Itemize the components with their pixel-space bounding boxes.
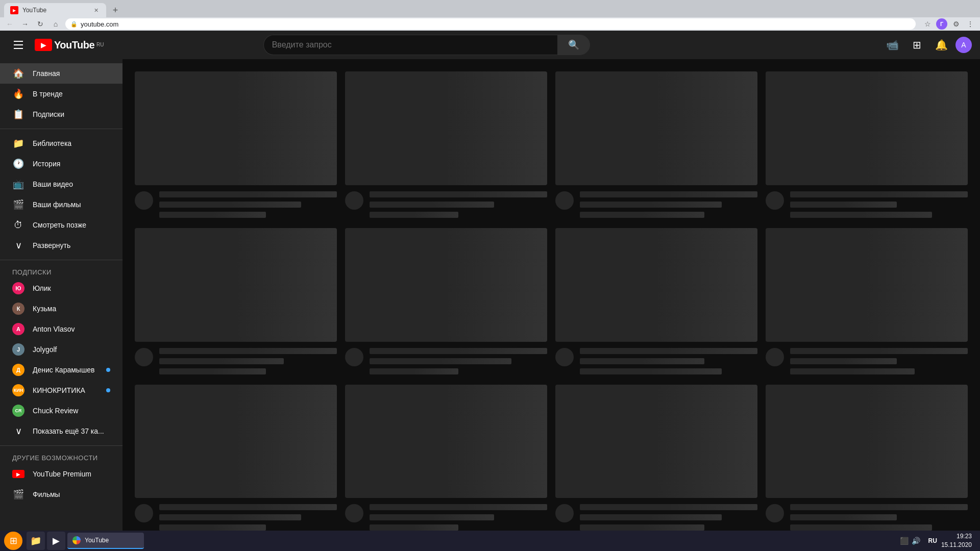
- file-explorer-button[interactable]: 📁: [27, 532, 45, 550]
- browser-menu-button[interactable]: ⋮: [965, 18, 976, 30]
- bookmark-button[interactable]: ☆: [922, 18, 933, 30]
- video-info: [135, 504, 337, 531]
- skeleton-meta: [580, 368, 722, 374]
- refresh-button[interactable]: ↻: [35, 18, 46, 30]
- search-input[interactable]: [263, 35, 557, 55]
- search-button[interactable]: 🔍: [557, 35, 590, 55]
- subscriptions-nav-label: Подписки: [33, 110, 64, 118]
- video-info: [555, 504, 757, 531]
- skeleton-meta: [790, 368, 915, 374]
- back-button[interactable]: ←: [4, 18, 15, 30]
- video-card[interactable]: [555, 228, 757, 374]
- sub-name-denis: Денис Карамышев: [33, 366, 98, 374]
- channel-avatar-skeleton: [135, 191, 153, 210]
- video-card[interactable]: [766, 228, 968, 374]
- sidebar-divider-3: [0, 445, 122, 446]
- channel-avatar-skeleton: [135, 348, 153, 366]
- sub-name-anton-vlasov: Anton Vlasov: [33, 325, 110, 333]
- video-text-skeleton: [159, 348, 337, 374]
- forward-button[interactable]: →: [19, 18, 31, 30]
- video-info: [345, 348, 547, 374]
- video-info: [555, 191, 757, 218]
- skeleton-meta: [159, 212, 266, 218]
- movies-icon: 🎬: [12, 489, 24, 500]
- sidebar-item-history[interactable]: 🕐 История: [0, 154, 122, 174]
- sub-item-jolygolf[interactable]: J Jolygolf: [0, 339, 122, 360]
- sub-item-kuzma[interactable]: К Кузьма: [0, 298, 122, 319]
- video-info: [135, 348, 337, 374]
- sidebar-item-your-videos[interactable]: 📺 Ваши видео: [0, 174, 122, 194]
- library-label: Библиотека: [33, 139, 71, 147]
- chrome-taskbar-button[interactable]: YouTube: [67, 533, 144, 549]
- sys-icons: ⬛ 🔊: [900, 537, 920, 545]
- sidebar-item-your-movies[interactable]: 🎬 Ваши фильмы: [0, 194, 122, 215]
- video-text-skeleton: [370, 348, 547, 374]
- expand-label: Развернуть: [33, 241, 70, 249]
- channel-avatar-skeleton: [135, 504, 153, 522]
- history-label: История: [33, 160, 60, 168]
- extensions-button[interactable]: ⚙: [950, 18, 962, 30]
- channel-avatar-skeleton: [555, 348, 574, 366]
- skeleton-title: [580, 191, 757, 197]
- sidebar-item-movies[interactable]: 🎬 Фильмы: [0, 484, 122, 505]
- sidebar-item-expand[interactable]: ∨ Развернуть: [0, 235, 122, 256]
- notifications-button[interactable]: 🔔: [931, 35, 951, 55]
- menu-line-3: [14, 48, 23, 49]
- video-card[interactable]: [555, 71, 757, 218]
- sidebar-item-home[interactable]: 🏠 Главная: [0, 63, 122, 84]
- watch-later-icon: ⏱: [12, 220, 24, 231]
- home-button[interactable]: ⌂: [50, 18, 61, 30]
- channel-avatar-skeleton: [345, 191, 363, 210]
- sub-name-yulik: Юлик: [33, 284, 110, 292]
- video-card[interactable]: [345, 385, 547, 531]
- skeleton-title: [580, 348, 757, 354]
- active-tab[interactable]: YouTube ✕: [4, 3, 106, 17]
- video-card[interactable]: [135, 71, 337, 218]
- sidebar-item-library[interactable]: 📁 Библиотека: [0, 133, 122, 154]
- user-avatar[interactable]: A: [955, 37, 972, 53]
- skeleton-meta: [159, 368, 266, 374]
- sub-item-anton-vlasov[interactable]: A Anton Vlasov: [0, 319, 122, 339]
- youtube-logo[interactable]: YouTube RU: [35, 39, 104, 51]
- video-card[interactable]: [135, 385, 337, 531]
- skeleton-meta: [790, 212, 932, 218]
- menu-line-2: [14, 44, 23, 45]
- sidebar-item-trending[interactable]: 🔥 В тренде: [0, 84, 122, 104]
- tab-title: YouTube: [22, 7, 88, 14]
- sub-item-chuck-review[interactable]: CR Chuck Review: [0, 400, 122, 421]
- video-card[interactable]: [135, 228, 337, 374]
- address-bar[interactable]: 🔒 youtube.com: [65, 18, 916, 30]
- taskbar-language[interactable]: RU: [928, 537, 937, 544]
- start-button[interactable]: ⊞: [4, 532, 22, 550]
- video-card[interactable]: [345, 228, 547, 374]
- video-card[interactable]: [766, 71, 968, 218]
- sub-item-yulik[interactable]: Ю Юлик: [0, 278, 122, 298]
- skeleton-subtitle: [159, 514, 301, 520]
- skeleton-title: [370, 191, 547, 197]
- sub-name-jolygolf: Jolygolf: [33, 345, 110, 354]
- tab-close-button[interactable]: ✕: [92, 6, 100, 14]
- volume-icon: 🔊: [912, 537, 920, 545]
- show-more-icon: ∨: [12, 425, 24, 437]
- sub-item-kinoкritika[interactable]: КИН КИНОКРИТИКА: [0, 380, 122, 400]
- video-thumbnail: [135, 71, 337, 185]
- apps-button[interactable]: ⊞: [906, 35, 927, 55]
- youtube-header: YouTube RU 🔍 📹 ⊞ 🔔 A: [0, 31, 980, 59]
- channel-avatar-skeleton: [345, 504, 363, 522]
- video-card[interactable]: [555, 385, 757, 531]
- sidebar-item-youtube-premium[interactable]: ▶ YouTube Premium: [0, 464, 122, 484]
- sidebar-item-watch-later[interactable]: ⏱ Смотреть позже: [0, 215, 122, 235]
- browser-profile[interactable]: Г: [936, 18, 947, 30]
- video-text-skeleton: [580, 504, 757, 531]
- media-player-button[interactable]: ▶: [47, 532, 65, 550]
- sub-item-denis[interactable]: Д Денис Карамышев: [0, 360, 122, 380]
- home-label: Главная: [33, 69, 60, 78]
- new-tab-button[interactable]: +: [108, 3, 122, 17]
- watch-later-label: Смотреть позже: [33, 221, 86, 229]
- show-more-subscriptions[interactable]: ∨ Показать ещё 37 ка...: [0, 421, 122, 441]
- sidebar-item-subscriptions[interactable]: 📋 Подписки: [0, 104, 122, 124]
- create-video-button[interactable]: 📹: [882, 35, 902, 55]
- menu-button[interactable]: [8, 35, 29, 55]
- video-card[interactable]: [766, 385, 968, 531]
- video-card[interactable]: [345, 71, 547, 218]
